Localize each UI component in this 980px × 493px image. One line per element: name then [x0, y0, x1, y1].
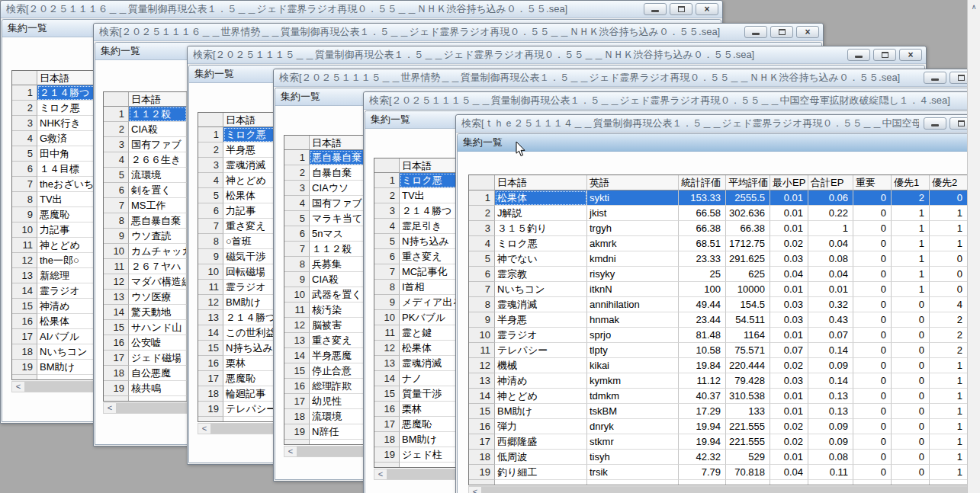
data-cell[interactable]: 40.37 [679, 389, 726, 404]
data-cell[interactable]: 1 [930, 373, 968, 389]
table-row[interactable]: 16公安嘘 [104, 335, 187, 351]
row-number-cell[interactable]: 16 [12, 314, 37, 329]
table-row[interactable]: 7MC記事化 [374, 264, 458, 280]
table-row[interactable]: 8○首班 [198, 234, 281, 249]
table-row[interactable]: 3NHK行き [12, 116, 95, 131]
table-row[interactable]: 8I首相 [374, 280, 458, 295]
column-header-cell[interactable]: 合計EP [808, 175, 853, 190]
column-header-cell[interactable]: 優先2 [930, 175, 968, 190]
table-row[interactable]: 12機械kikai19.84220.4440.020.09001 [469, 358, 968, 373]
row-number-cell[interactable]: 4 [104, 152, 129, 168]
data-cell[interactable]: 79.428 [726, 373, 770, 389]
data-cell[interactable]: 流環境 [310, 409, 368, 424]
column-header-cell[interactable]: 日本語 [310, 136, 368, 150]
data-cell[interactable]: 自公悪魔 [129, 366, 187, 381]
table-row[interactable]: 12松果体 [374, 341, 458, 356]
data-cell[interactable]: 停止合意 [310, 363, 368, 379]
data-cell[interactable]: 0 [853, 312, 892, 328]
data-cell[interactable]: 0.02 [770, 358, 808, 373]
row-number-cell[interactable]: 6 [198, 203, 223, 219]
row-number-cell[interactable]: 12 [469, 358, 495, 373]
table-row[interactable]: 9CIA殺 [284, 272, 368, 287]
data-cell[interactable]: １１２殺 [310, 242, 368, 257]
row-number-cell[interactable]: 12 [374, 341, 400, 356]
table-row[interactable]: 10回転磁場 [198, 264, 281, 280]
data-cell[interactable]: 66.38 [679, 221, 726, 236]
data-cell[interactable]: ２６７ヤハ [129, 259, 187, 274]
column-header-cell[interactable]: 日本語 [495, 175, 587, 190]
data-cell[interactable]: sykti [587, 190, 679, 206]
table-row[interactable]: 19核共鳴 [104, 381, 187, 396]
data-cell[interactable]: 核汚染 [310, 303, 368, 318]
data-cell[interactable]: ２１４勝つ [37, 85, 95, 101]
data-cell[interactable]: ミロク悪 [400, 173, 458, 188]
column-header-cell[interactable]: 日本語 [400, 158, 458, 173]
row-number-cell[interactable]: 7 [12, 177, 37, 192]
row-number-cell[interactable]: 16 [198, 356, 223, 371]
row-number-cell[interactable]: 4 [198, 173, 223, 188]
row-number-cell[interactable]: 10 [469, 328, 495, 343]
data-cell[interactable]: hnmak [587, 312, 679, 328]
table-row[interactable]: 12the一郎○ [12, 253, 95, 268]
table-row[interactable]: 4国有ファブ [284, 196, 368, 211]
data-cell[interactable]: 1 [930, 358, 968, 373]
data-cell[interactable]: 神清め [37, 299, 95, 314]
data-cell[interactable]: 0.08 [808, 450, 853, 465]
row-number-cell[interactable]: 19 [104, 381, 129, 396]
data-cell[interactable]: 19.84 [679, 358, 726, 373]
row-number-header-cell[interactable] [284, 136, 310, 150]
row-number-cell[interactable]: 10 [198, 264, 223, 280]
close-button[interactable]: × [796, 26, 819, 38]
data-cell[interactable]: 0.03 [770, 297, 808, 312]
data-cell[interactable]: 1 [930, 206, 968, 221]
data-cell[interactable]: 4 [930, 297, 968, 312]
row-number-cell[interactable]: 17 [469, 434, 495, 450]
row-number-cell[interactable]: 6 [284, 226, 310, 242]
data-cell[interactable]: Nいちコン [495, 282, 587, 297]
table-row[interactable]: 6力記事 [198, 203, 281, 219]
data-cell[interactable]: 0.09 [808, 419, 853, 434]
table-row[interactable]: 2ミロク悪 [12, 101, 95, 116]
table-row[interactable]: 12脳被害 [284, 318, 368, 333]
data-cell[interactable]: 核共鳴 [129, 381, 187, 396]
data-cell[interactable]: 重さ変え [310, 333, 368, 348]
data-cell[interactable]: 1 [892, 221, 930, 236]
row-number-cell[interactable]: 18 [374, 432, 400, 447]
table-row[interactable]: 5マラキ当て [284, 211, 368, 226]
row-number-cell[interactable]: 12 [12, 253, 37, 268]
row-number-cell[interactable]: 13 [104, 290, 129, 305]
data-cell[interactable]: 220.444 [726, 358, 770, 373]
data-cell[interactable]: 0.32 [808, 297, 853, 312]
scrollbar-thumb[interactable] [297, 447, 368, 456]
row-number-cell[interactable]: 5 [284, 211, 310, 226]
data-cell[interactable]: TV出 [37, 192, 95, 207]
data-cell[interactable]: ナノ [400, 371, 458, 386]
row-number-cell[interactable]: 3 [104, 137, 129, 152]
data-cell[interactable]: 1 [892, 267, 930, 282]
data-cell[interactable]: テレパシー [495, 343, 587, 358]
data-cell[interactable]: kmdni [587, 251, 679, 267]
row-number-cell[interactable]: 12 [104, 274, 129, 290]
data-cell[interactable]: 625 [726, 267, 770, 282]
data-cell[interactable]: MC記事化 [400, 264, 458, 280]
table-row[interactable]: 7theおざいち [12, 177, 95, 192]
data-cell[interactable]: 23.33 [679, 251, 726, 267]
vertical-scrollbar[interactable]: ∧ [967, 0, 980, 493]
data-cell[interactable]: 霊宗教 [495, 267, 587, 282]
table-row[interactable]: 14霊ラジオ [12, 283, 95, 299]
data-cell[interactable]: 0 [930, 267, 968, 282]
table-row[interactable]: 10霊ラジオsprjo81.4811640.010.07002 [469, 328, 968, 343]
table-row[interactable]: 1ミロク悪 [374, 173, 458, 188]
table-row[interactable]: 8霊魂消滅annihilation49.44154.50.030.32004 [469, 297, 968, 312]
table-row[interactable]: 16栗林 [198, 356, 281, 371]
table-row[interactable]: 13ウソ医療 [104, 290, 187, 305]
horizontal-scrollbar[interactable]: < [468, 486, 969, 493]
data-cell[interactable]: 0.02 [770, 434, 808, 450]
data-cell[interactable]: tlpty [587, 343, 679, 358]
table-row[interactable]: 16栗林 [374, 402, 458, 417]
data-cell[interactable]: メディア出る [400, 295, 458, 310]
data-cell[interactable]: the一郎○ [37, 253, 95, 268]
data-cell[interactable]: 霊魂消滅 [400, 356, 458, 371]
table-row[interactable]: 10武器を置く [284, 287, 368, 303]
data-cell[interactable]: ミロク悪 [495, 236, 587, 251]
